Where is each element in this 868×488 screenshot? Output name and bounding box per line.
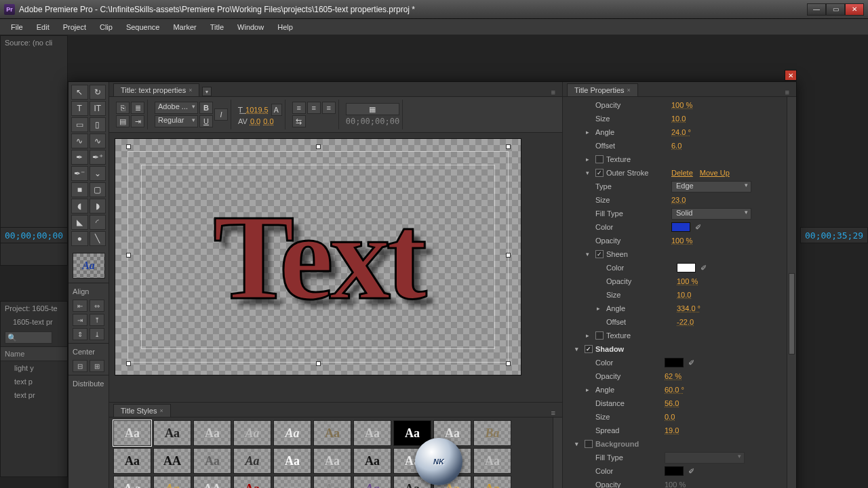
property-select[interactable]: Edge <box>671 181 751 192</box>
title-tab-dropdown[interactable]: ▾ <box>202 87 212 96</box>
close-button[interactable]: ✕ <box>845 3 864 16</box>
align-center-text-button[interactable]: ≡ <box>307 102 321 114</box>
title-properties-menu-icon[interactable]: ≡ <box>785 88 792 96</box>
style-swatch[interactable]: AA <box>193 476 231 488</box>
property-checkbox[interactable]: ✓ <box>595 169 604 177</box>
align-top-button[interactable]: ⤒ <box>90 314 104 326</box>
delete-anchor-tool[interactable]: ✒⁻ <box>71 166 88 181</box>
property-checkbox[interactable]: ✓ <box>595 250 604 258</box>
style-swatch[interactable]: Aa <box>313 476 351 488</box>
disclosure-icon[interactable]: ▾ <box>575 441 582 447</box>
title-window-close-button[interactable]: ✕ <box>785 70 797 81</box>
menu-file[interactable]: File <box>4 20 30 34</box>
style-swatch[interactable]: Aa <box>353 448 391 474</box>
italic-button[interactable]: I <box>214 108 228 121</box>
show-video-button[interactable]: ▦ <box>346 103 399 115</box>
project-search-input[interactable]: 🔍 <box>5 331 52 344</box>
disclosure-icon[interactable]: ▾ <box>586 251 593 258</box>
tab-settings-button[interactable]: ⇆ <box>292 115 306 127</box>
selection-handle[interactable] <box>316 144 321 149</box>
menu-project[interactable]: Project <box>56 20 93 34</box>
style-swatch[interactable]: Aa <box>193 420 231 446</box>
property-value[interactable]: 62 % <box>665 372 682 380</box>
property-select[interactable]: Solid <box>671 208 751 220</box>
style-swatch[interactable]: Aa <box>273 420 311 446</box>
title-styles-tab[interactable]: Title Styles × <box>113 404 171 417</box>
style-swatch[interactable]: A a <box>113 476 151 488</box>
style-swatch[interactable]: Aa <box>273 476 311 488</box>
style-swatch[interactable]: Aa <box>473 448 511 474</box>
center-h-button[interactable]: ⊟ <box>73 360 87 372</box>
wedge-tool[interactable]: ◣ <box>71 215 88 230</box>
bold-button[interactable]: B <box>199 102 213 114</box>
align-right-button[interactable]: ⇥ <box>73 314 87 326</box>
style-swatch[interactable]: Aa <box>233 420 271 446</box>
new-title-based-button[interactable]: ⎘ <box>116 102 130 114</box>
font-size-value[interactable]: 1019.5 <box>245 106 269 114</box>
area-type-tool[interactable]: ▭ <box>71 117 88 132</box>
roll-crawl-button[interactable]: ≣ <box>131 102 144 114</box>
disclosure-icon[interactable]: ▾ <box>575 346 582 352</box>
selection-tool[interactable]: ↖ <box>71 85 88 100</box>
properties-scrollbar-thumb[interactable] <box>789 273 795 354</box>
color-swatch[interactable] <box>665 358 684 367</box>
font-family-select[interactable]: Adobe ... <box>155 102 198 114</box>
align-left-text-button[interactable]: ≡ <box>292 102 306 114</box>
timecode-left[interactable]: 00;00;00;00 <box>5 230 63 241</box>
convert-anchor-tool[interactable]: ⌄ <box>90 166 106 181</box>
menu-edit[interactable]: Edit <box>30 20 56 34</box>
property-value[interactable]: 6.0 <box>671 142 682 150</box>
eyedropper-icon[interactable]: ✐ <box>686 358 696 367</box>
property-value[interactable]: 56.0 <box>665 399 679 407</box>
selection-box[interactable] <box>129 147 509 364</box>
maximize-button[interactable]: ▭ <box>826 3 845 16</box>
tracking-value[interactable]: 0.0 <box>263 117 273 125</box>
selection-handle[interactable] <box>316 361 321 366</box>
property-value[interactable]: 100 % <box>671 237 692 245</box>
style-swatch[interactable]: Aa <box>233 476 271 488</box>
disclosure-icon[interactable]: ▸ <box>586 156 593 163</box>
menu-window[interactable]: Window <box>231 20 271 34</box>
rounded-rect-tool[interactable]: ▢ <box>90 182 106 197</box>
title-properties-tab[interactable]: Title Properties × <box>567 83 638 96</box>
templates-button[interactable]: ▤ <box>116 115 130 127</box>
ellipse-tool[interactable]: ● <box>71 231 88 246</box>
pen-tool[interactable]: ✒ <box>71 150 88 165</box>
rotate-tool[interactable]: ↻ <box>90 85 106 100</box>
vertical-path-type-tool[interactable]: ∿ <box>90 134 106 148</box>
rounded-rect2-tool[interactable]: ◗ <box>90 199 106 214</box>
selection-handle[interactable] <box>126 144 131 149</box>
properties-scrollbar[interactable] <box>787 97 796 488</box>
property-value[interactable]: -22.0 <box>677 318 694 326</box>
property-link-delete[interactable]: Delete <box>671 169 693 177</box>
selection-handle[interactable] <box>506 253 511 258</box>
property-value[interactable]: 0.0 <box>665 413 675 421</box>
disclosure-icon[interactable]: ▸ <box>597 305 604 312</box>
background-timecode[interactable]: 00;00;00;00 <box>346 117 399 126</box>
style-swatch[interactable]: Aa <box>233 448 271 474</box>
property-value[interactable]: 19.0 <box>665 426 679 434</box>
property-value[interactable]: 100 % <box>671 101 692 109</box>
project-item[interactable]: text p <box>1 375 67 388</box>
style-swatch[interactable]: Aa <box>273 448 311 474</box>
tab-stops-button[interactable]: ⇥ <box>131 115 144 127</box>
align-hcenter-button[interactable]: ⇔ <box>90 300 104 312</box>
style-swatch[interactable]: Aa <box>353 420 391 446</box>
style-swatch[interactable]: Aa <box>113 420 151 446</box>
color-swatch[interactable] <box>671 222 690 232</box>
align-vcenter-button[interactable]: ⇕ <box>73 328 87 340</box>
disclosure-icon[interactable]: ▸ <box>586 332 593 339</box>
style-swatch[interactable]: Aa <box>353 476 391 488</box>
path-type-tool[interactable]: ∿ <box>71 134 88 148</box>
line-tool[interactable]: ╲ <box>90 231 106 246</box>
property-value[interactable]: 100 % <box>677 277 698 285</box>
kerning-icon[interactable]: Ꭺ <box>271 104 282 116</box>
property-value[interactable]: 10.0 <box>677 291 691 299</box>
title-styles-menu-icon[interactable]: ≡ <box>551 409 558 417</box>
center-v-button[interactable]: ⊞ <box>90 360 104 372</box>
title-properties-tab-close-icon[interactable]: × <box>627 87 631 94</box>
clipped-rect-tool[interactable]: ◖ <box>71 199 88 214</box>
column-header-name[interactable]: Name <box>1 346 67 361</box>
add-anchor-tool[interactable]: ✒⁺ <box>90 150 106 165</box>
property-value[interactable]: 60.0 ° <box>665 386 684 394</box>
